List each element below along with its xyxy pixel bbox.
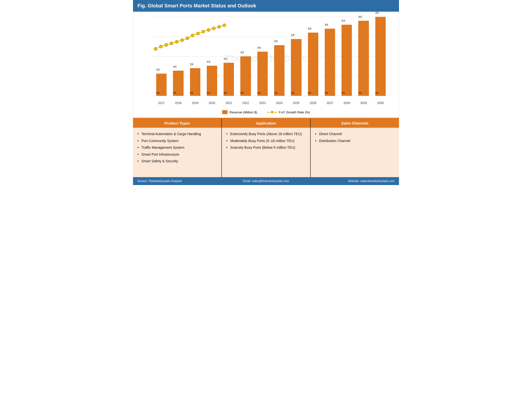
bar-inside-label: XX <box>257 92 261 94</box>
bar-inside-label: XX <box>207 92 210 94</box>
bar-inside-label: XX <box>240 92 244 94</box>
x-axis-label: 2022 <box>237 101 254 105</box>
bottom-col-0: Product TypesTerminal Automation & Cargo… <box>133 119 222 177</box>
bottom-col-2: Sales ChannelsDirect ChannelDistribution… <box>311 119 399 177</box>
bottom-col-content-2: Direct ChannelDistribution Channel <box>311 128 399 177</box>
bottom-col-1: ApplicationExtensively Busy Ports (Above… <box>222 119 311 177</box>
x-axis-label: 2025 <box>288 101 304 105</box>
bar-inside-label: XX <box>308 92 311 94</box>
bar-top-label: XX <box>342 19 345 22</box>
bar: XXXX <box>240 56 251 96</box>
bottom-col-content-1: Extensively Busy Ports (Above 18 million… <box>222 128 310 177</box>
bar-group: XXXX <box>237 17 254 96</box>
chart-legend: Revenue (Million $) Y-oY Growth Rate (%) <box>141 108 391 115</box>
bar-group: XXXX <box>305 17 322 96</box>
bar-inside-label: XX <box>375 92 379 94</box>
bar: XXXX <box>375 17 386 96</box>
bottom-col-header-2: Sales Channels <box>311 119 399 128</box>
bar-group: XXXX <box>355 17 372 96</box>
x-axis-label: 2026 <box>305 101 322 105</box>
bar-inside-label: XX <box>224 92 227 94</box>
list-item: Distribution Channel <box>315 139 395 144</box>
legend-growth-label: Y-oY Growth Rate (%) <box>278 110 310 114</box>
chart-title: Fig. Global Smart Ports Market Status an… <box>133 0 399 12</box>
bar: XXXX <box>291 39 301 96</box>
bar-group: XXXX <box>220 17 237 96</box>
bar-group: XXXX <box>338 17 355 96</box>
bar-top-label: XX <box>156 68 160 71</box>
bar: XXXX <box>156 74 167 96</box>
x-axis-label: 2023 <box>254 101 271 105</box>
footer-website: Website: www.theindustrystats.com <box>309 179 395 183</box>
x-axis-label: 2028 <box>338 101 355 105</box>
list-item: Port Community System <box>137 139 217 144</box>
bar-top-label: XX <box>325 23 328 26</box>
chart-area: XXXXXXXXXXXXXXXXXXXXXXXXXXXXXXXXXXXXXXXX… <box>133 12 399 118</box>
bar-top-label: XX <box>207 60 210 63</box>
x-axis-label: 2019 <box>187 101 204 105</box>
bar-chart: XXXXXXXXXXXXXXXXXXXXXXXXXXXXXXXXXXXXXXXX… <box>141 17 391 106</box>
bar-top-label: XX <box>190 63 194 66</box>
bar-inside-label: XX <box>342 92 345 94</box>
bar-top-label: XX <box>375 11 379 14</box>
bar-inside-label: XX <box>291 92 294 94</box>
bar-group: XXXX <box>153 17 170 96</box>
x-axis-labels: 2017201820192020202120222023202420252026… <box>153 96 389 106</box>
x-axis-label: 2029 <box>355 101 372 105</box>
legend-growth: Y-oY Growth Rate (%) <box>267 110 310 114</box>
bottom-col-header-0: Product Types <box>133 119 221 128</box>
bar-inside-label: XX <box>190 92 193 94</box>
x-axis-label: 2017 <box>153 101 170 105</box>
bar-group: XXXX <box>187 17 204 96</box>
bar-top-label: XX <box>240 51 244 54</box>
bar-top-label: XX <box>358 15 362 18</box>
bar-inside-label: XX <box>156 92 159 94</box>
bar-group: XXXX <box>322 17 338 96</box>
x-axis-label: 2030 <box>372 101 389 105</box>
bar: XXXX <box>173 71 183 96</box>
bar: XXXX <box>224 63 234 96</box>
bottom-section: Product TypesTerminal Automation & Cargo… <box>133 118 399 177</box>
x-axis-label: 2027 <box>322 101 338 105</box>
bar: XXXX <box>257 52 268 96</box>
bar-top-label: XX <box>308 27 312 30</box>
bar: XXXX <box>308 33 318 96</box>
list-item: Moderately Busy Ports (5–18 million TEU) <box>226 139 306 144</box>
list-item: Smart Port Infrastructure <box>137 152 217 157</box>
bar-inside-label: XX <box>173 92 176 94</box>
legend-revenue: Revenue (Million $) <box>222 110 257 114</box>
bar-inside-label: XX <box>358 92 361 94</box>
list-item: Extensively Busy Ports (Above 18 million… <box>226 132 306 137</box>
bar-inside-label: XX <box>274 92 277 94</box>
x-axis-label: 2024 <box>271 101 288 105</box>
x-axis-label: 2021 <box>220 101 237 105</box>
bar-inside-label: XX <box>325 92 328 94</box>
bar-top-label: XX <box>173 65 177 68</box>
bar-top-label: XX <box>224 57 227 60</box>
bottom-col-content-0: Terminal Automation & Cargo HandlingPort… <box>133 128 221 177</box>
bar: XXXX <box>358 21 369 96</box>
bar-group: XXXX <box>204 17 220 96</box>
bar-group: XXXX <box>372 17 389 96</box>
legend-line-dot <box>271 111 273 113</box>
bar: XXXX <box>274 45 285 96</box>
legend-revenue-label: Revenue (Million $) <box>229 110 257 114</box>
list-item: Smart Safety & Security <box>137 159 217 164</box>
footer-source: Source: Theindustrystats Analysis <box>137 179 223 183</box>
bar-top-label: XX <box>274 40 278 43</box>
list-item: Direct Channel <box>315 132 395 137</box>
bar-group: XXXX <box>254 17 271 96</box>
bars-container: XXXXXXXXXXXXXXXXXXXXXXXXXXXXXXXXXXXXXXXX… <box>153 17 389 96</box>
bar-group: XXXX <box>288 17 304 96</box>
list-item: Terminal Automation & Cargo Handling <box>137 132 217 137</box>
footer: Source: Theindustrystats Analysis Email:… <box>133 177 399 185</box>
bar: XXXX <box>207 66 217 96</box>
x-axis-label: 2018 <box>170 101 187 105</box>
bar-group: XXXX <box>271 17 288 96</box>
legend-bar-icon <box>222 110 228 114</box>
bar-top-label: XX <box>291 34 295 37</box>
bar-group: XXXX <box>170 17 187 96</box>
x-axis-label: 2020 <box>204 101 220 105</box>
bar: XXXX <box>342 25 352 96</box>
bar: XXXX <box>190 68 200 96</box>
